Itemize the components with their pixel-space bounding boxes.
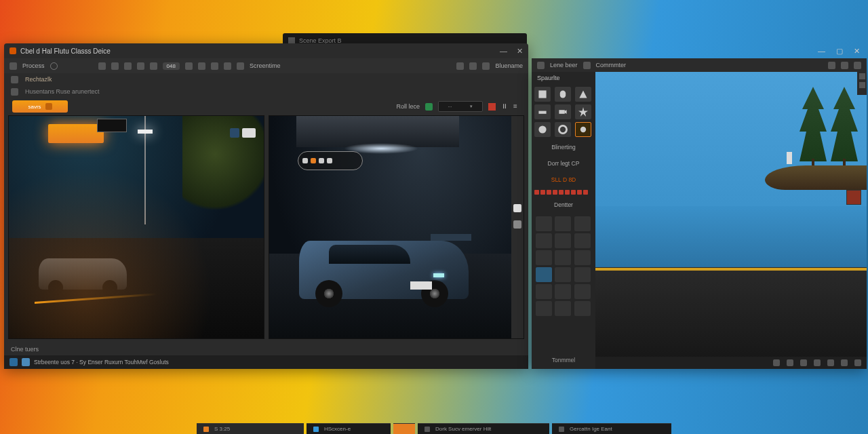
svg-rect-0 [538,90,546,98]
tool-icon[interactable] [185,62,193,70]
pause-icon[interactable]: ⏸ [501,103,508,110]
asset-thumb[interactable] [536,284,552,299]
menu-label[interactable]: Screentime [250,62,281,69]
asset-thumb[interactable] [574,284,591,299]
timeline-dots[interactable] [534,190,593,195]
prim-sphere[interactable] [534,122,551,137]
circle-icon[interactable] [50,62,58,70]
taskbar-item[interactable]: S 3:25 [197,423,304,434]
titlebar[interactable]: Cbel d Hal Flutu Classs Deice — ✕ [4,43,528,58]
breadcrumb[interactable]: Husentans Ruse arunertect [25,88,100,95]
roll-label: Roll lece [396,103,420,110]
asset-thumb[interactable] [574,250,591,265]
asset-thumb[interactable] [555,233,571,248]
asset-thumb[interactable] [536,233,552,248]
asset-thumb[interactable] [555,250,571,265]
tool-icon[interactable] [482,62,490,70]
tool-icon[interactable] [828,62,835,69]
status-icon[interactable] [773,359,780,366]
tool-icon[interactable] [137,62,144,70]
tool-icon[interactable] [111,62,119,70]
bookmark-icon[interactable] [11,76,18,83]
tool-icon[interactable] [224,62,231,70]
transform-dropdown[interactable]: ···▾ [438,101,483,112]
prim-cylinder[interactable] [555,87,571,102]
asset-thumb[interactable] [536,267,552,282]
minimize-button[interactable]: — [500,47,507,56]
info-icon[interactable] [9,358,18,366]
tree [827,84,861,179]
asset-thumb[interactable] [536,250,552,265]
svg-marker-2 [579,90,587,98]
tool-icon[interactable] [456,62,464,70]
taskbar-item[interactable] [393,423,415,434]
gizmo-icon[interactable] [513,204,521,212]
tool-icon[interactable] [859,73,865,79]
record-icon[interactable] [488,103,496,111]
tool-icon[interactable] [98,62,106,70]
section-label[interactable]: Blinerting [551,144,575,151]
status-icon[interactable] [841,359,848,366]
prim-camera[interactable] [555,104,571,119]
viewport-landscape[interactable] [595,71,867,369]
status-icon[interactable] [787,359,793,366]
tool-icon[interactable] [124,62,132,70]
taskbar-item[interactable]: Dork Sucv emerver Hilt [418,423,549,434]
prim-torus[interactable] [555,122,571,137]
status-text: Clne tuers [11,346,39,353]
tool-icon[interactable] [198,62,205,70]
close-button[interactable]: ✕ [854,47,860,56]
layers-icon[interactable] [22,358,30,366]
viewport-street[interactable] [8,115,264,339]
status-icon[interactable] [814,359,821,366]
tool-icon[interactable] [211,62,218,70]
sub-label[interactable]: Rechtazlk [25,76,52,83]
prim-plane[interactable] [534,104,551,119]
maximize-button[interactable]: ▢ [836,47,843,56]
tool-icon[interactable] [469,62,477,70]
asset-thumb[interactable] [536,216,552,231]
taskbar-item[interactable]: HScxcen-e [307,423,391,434]
phone-icon[interactable] [425,103,433,111]
viewport-garage[interactable] [269,115,525,339]
asset-thumb[interactable] [555,267,571,282]
section-label[interactable]: SLL D 8D [551,176,576,183]
tool-icon[interactable] [150,62,157,70]
svg-marker-5 [565,110,567,114]
asset-thumb[interactable] [574,233,591,248]
menu-label[interactable]: Bluename [495,62,523,69]
status-icon[interactable] [854,359,861,366]
status-icon[interactable] [800,359,807,366]
prim-light[interactable] [575,122,591,137]
taskbar-item[interactable]: Gercattn Ige Eant [552,423,671,434]
tool-icon[interactable] [841,62,848,69]
minimize-button[interactable]: — [818,47,825,55]
gizmo-icon[interactable] [513,220,521,229]
home-icon[interactable] [9,62,17,70]
asset-thumb[interactable] [574,301,591,316]
menu-item[interactable]: Process [22,62,45,69]
nav-icon[interactable] [11,88,18,96]
menu-item[interactable]: Commmter [596,62,627,68]
asset-thumb[interactable] [555,284,571,299]
prim-cube[interactable] [534,87,551,102]
asset-thumb[interactable] [555,216,571,231]
menu-icon[interactable]: ≡ [513,103,520,110]
menu-item[interactable]: Lene beer [550,62,578,68]
asset-thumb[interactable] [555,301,571,316]
gizmo-cube[interactable] [846,190,861,205]
prim-cone[interactable] [575,87,591,102]
status-icon[interactable] [827,359,834,366]
section-label[interactable]: Dentter [554,201,573,208]
prim-star[interactable] [575,104,591,119]
tool-icon[interactable] [854,62,861,69]
asset-thumb[interactable] [574,216,591,231]
task-label: Gercattn Ige Eant [570,426,612,432]
asset-thumb[interactable] [574,267,591,282]
tool-icon[interactable] [237,62,244,70]
close-button[interactable]: ✕ [517,47,523,56]
counter-pill: 048 [163,62,180,70]
section-label[interactable]: Dorr legt CP [548,160,580,167]
render-button[interactable]: savrs [12,100,68,113]
asset-thumb[interactable] [536,301,552,316]
